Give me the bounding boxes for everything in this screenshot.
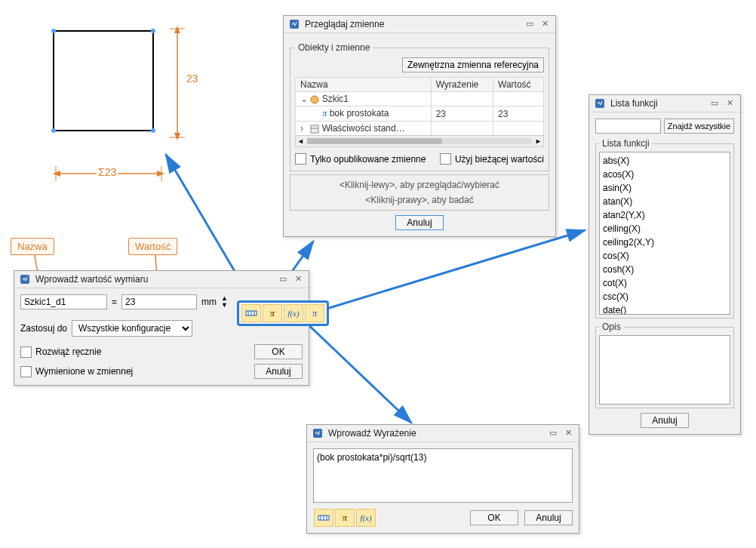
close-icon[interactable]: ✕	[562, 428, 574, 439]
dimension-vertical-value: 23	[186, 72, 198, 85]
table-row[interactable]: › Właściwości stand…	[296, 122, 544, 136]
col-value[interactable]: Wartość	[493, 78, 544, 92]
only-published-checkbox[interactable]: Tylko opublikowane zmienne	[295, 152, 426, 166]
list-item[interactable]: asin(X)	[603, 181, 727, 195]
close-icon[interactable]: ✕	[292, 274, 304, 285]
listed-in-variable-checkbox[interactable]: Wymienione w zmiennej	[20, 365, 133, 379]
function-search-input[interactable]	[595, 119, 661, 134]
measure-icon[interactable]	[241, 304, 261, 322]
function-list-legend: Lista funkcji	[599, 138, 653, 149]
cancel-button[interactable]: Anuluj	[395, 215, 444, 230]
ok-button[interactable]: OK	[254, 344, 303, 359]
list-item[interactable]: cosh(X)	[603, 263, 727, 276]
cancel-button[interactable]: Anuluj	[254, 364, 303, 379]
ok-button[interactable]: OK	[470, 510, 518, 525]
svg-point-22	[311, 96, 318, 103]
list-item[interactable]: cot(X)	[603, 276, 727, 290]
cancel-button[interactable]: Anuluj	[641, 413, 689, 428]
hint-left-click: <Kliknij-lewy>, aby przeglądać/wybierać	[295, 180, 544, 190]
unit-label: mm	[201, 297, 217, 307]
enter-dimension-value-dialog: Wprowadź wartość wymiaru ▭ ✕ = mm ▲▼ Zas…	[14, 270, 309, 386]
app-icon	[19, 273, 31, 285]
use-current-value-checkbox[interactable]: Użyj bieżącej wartości	[440, 152, 544, 166]
apply-to-select[interactable]: Wszystkie konfiguracje	[72, 320, 192, 337]
browse-variables-dialog: Przeglądaj zmienne ▭ ✕ Obiekty i zmienne…	[283, 15, 556, 237]
list-item[interactable]: abs(X)	[603, 154, 727, 168]
sketch-area	[53, 30, 154, 131]
svg-marker-1	[174, 26, 180, 33]
svg-marker-2	[174, 133, 180, 140]
pi-icon[interactable]: π	[263, 304, 282, 322]
minimize-icon[interactable]: ▭	[708, 98, 721, 109]
svg-rect-23	[311, 125, 318, 133]
objects-variables-legend: Obiekty i zmienne	[295, 42, 373, 53]
external-reference-variable-button[interactable]: Zewnętrzna zmienna referecyjna	[402, 57, 544, 72]
list-item[interactable]: csc(X)	[603, 290, 727, 303]
close-icon[interactable]: ✕	[724, 98, 736, 109]
variables-table: Nazwa Wyrażenie Wartość ⌄ Szkic1 π bok p…	[295, 77, 544, 136]
col-name[interactable]: Nazwa	[296, 78, 432, 92]
app-icon	[288, 18, 300, 30]
function-listbox[interactable]: abs(X)acos(X)asin(X)atan(X)atan2(Y,X)cei…	[599, 152, 730, 315]
function-description-box	[599, 335, 730, 405]
dialog-title: Wprowadź Wyrażenie	[328, 428, 544, 439]
list-item[interactable]: ceiling(X)	[603, 222, 727, 236]
cancel-button[interactable]: Anuluj	[524, 510, 573, 525]
hint-right-click: <Kliknij-prawy>, aby badać	[295, 195, 544, 205]
svg-line-15	[319, 230, 585, 311]
dimension-horizontal: Σ23	[50, 159, 171, 191]
pi-icon[interactable]: π	[335, 509, 355, 527]
list-item[interactable]: atan2(Y,X)	[603, 208, 727, 222]
dimension-vertical: 23	[170, 23, 200, 146]
fx-icon[interactable]: f(x)	[356, 509, 376, 527]
enter-expression-dialog: Wprowadź Wyrażenie ▭ ✕ (bok prostokata*p…	[306, 424, 579, 534]
svg-line-14	[302, 319, 411, 423]
equals-label: =	[112, 297, 117, 307]
list-item[interactable]: cos(X)	[603, 249, 727, 263]
annotation-wartosc: Wartość	[128, 238, 177, 255]
dimension-toolbar: π f(x) π	[237, 300, 329, 326]
apply-to-label: Zastosuj do	[20, 323, 67, 334]
close-icon[interactable]: ✕	[539, 19, 551, 29]
value-spinner[interactable]: ▲▼	[221, 295, 228, 309]
app-icon	[594, 97, 606, 109]
minimize-icon[interactable]: ▭	[277, 274, 289, 285]
list-item[interactable]: atan(X)	[603, 195, 727, 208]
sketch-rectangle	[53, 30, 154, 131]
dimension-horizontal-value: Σ23	[97, 166, 118, 178]
minimize-icon[interactable]: ▭	[524, 19, 536, 29]
list-item[interactable]: date()	[603, 303, 727, 315]
description-legend: Opis	[599, 322, 624, 332]
measure-icon[interactable]	[314, 509, 333, 527]
table-row[interactable]: π bok prostokata2323	[296, 106, 544, 122]
horizontal-scrollbar[interactable]: ◄ ►	[295, 135, 544, 147]
dialog-title: Przeglądaj zmienne	[305, 19, 521, 29]
col-expression[interactable]: Wyrażenie	[431, 78, 493, 92]
dialog-title: Lista funkcji	[610, 98, 705, 109]
table-row[interactable]: ⌄ Szkic1	[296, 92, 544, 106]
svg-marker-6	[53, 171, 60, 177]
pi-alt-icon[interactable]: π	[305, 304, 324, 322]
dimension-value-input[interactable]	[121, 294, 197, 309]
list-item[interactable]: acos(X)	[603, 168, 727, 181]
find-all-button[interactable]: Znajdź wszystkie	[664, 119, 734, 134]
minimize-icon[interactable]: ▭	[547, 428, 559, 439]
annotation-nazwa: Nazwa	[11, 238, 54, 255]
solve-manually-checkbox[interactable]: Rozwiąż ręcznie	[20, 345, 101, 359]
svg-marker-7	[157, 171, 164, 177]
expression-textarea[interactable]: (bok prostokata*pi)/sqrt(13)	[313, 448, 573, 503]
fx-icon[interactable]: f(x)	[284, 304, 303, 322]
app-icon	[312, 427, 324, 439]
dimension-name-input[interactable]	[20, 294, 107, 309]
dialog-title: Wprowadź wartość wymiaru	[35, 274, 274, 285]
list-item[interactable]: ceiling2(X,Y)	[603, 236, 727, 249]
function-list-dialog: Lista funkcji ▭ ✕ Znajdź wszystkie Lista…	[589, 94, 741, 435]
